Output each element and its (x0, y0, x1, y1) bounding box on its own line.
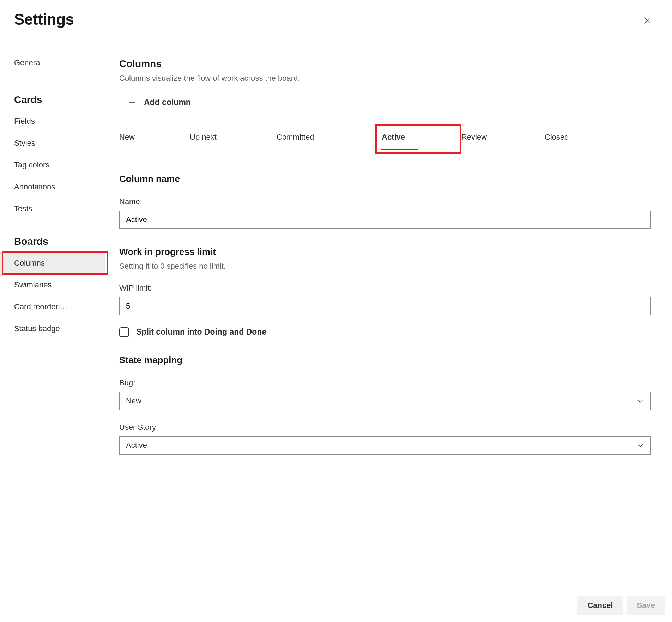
column-name-heading: Column name (119, 173, 651, 184)
tab-review[interactable]: Review (461, 126, 487, 148)
chevron-down-icon (636, 397, 644, 405)
wip-heading: Work in progress limit (119, 246, 651, 257)
tab-closed[interactable]: Closed (545, 126, 569, 148)
bug-label: Bug: (119, 378, 651, 388)
name-input[interactable] (119, 211, 651, 229)
plus-icon (128, 98, 136, 107)
sidebar-item-status-badge[interactable]: Status badge (0, 318, 105, 340)
settings-sidebar: General Cards Fields Styles Tag colors A… (0, 43, 105, 585)
sidebar-item-styles[interactable]: Styles (0, 132, 105, 154)
add-column-button[interactable]: Add column (128, 98, 191, 107)
wip-subtitle: Setting it to 0 specifies no limit. (119, 262, 651, 271)
column-tabs: New Up next Committed Active Review Clos… (119, 126, 651, 148)
chevron-down-icon (636, 441, 644, 449)
bug-select-value: New (126, 396, 141, 405)
bug-select[interactable]: New (119, 392, 651, 410)
tab-committed[interactable]: Committed (277, 126, 314, 148)
state-mapping-heading: State mapping (119, 355, 651, 366)
user-story-label: User Story: (119, 423, 651, 432)
wip-label: WIP limit: (119, 283, 651, 293)
section-subtitle: Columns visualize the flow of work acros… (119, 74, 651, 83)
sidebar-item-general[interactable]: General (0, 52, 105, 74)
close-icon (643, 16, 652, 25)
sidebar-item-swimlanes[interactable]: Swimlanes (0, 274, 105, 296)
sidebar-group-cards: Cards (0, 74, 105, 110)
name-label: Name: (119, 197, 651, 206)
user-story-select-value: Active (126, 441, 147, 450)
tab-new[interactable]: New (119, 126, 135, 148)
wip-input[interactable] (119, 297, 651, 315)
sidebar-group-boards: Boards (0, 220, 105, 252)
dialog-title: Settings (14, 11, 74, 28)
tab-active[interactable]: Active (382, 133, 405, 142)
add-column-label: Add column (144, 98, 191, 107)
cancel-button[interactable]: Cancel (577, 596, 623, 615)
user-story-select[interactable]: Active (119, 436, 651, 455)
sidebar-item-tag-colors[interactable]: Tag colors (0, 154, 105, 176)
sidebar-item-card-reordering[interactable]: Card reorderi… (0, 296, 105, 318)
sidebar-item-annotations[interactable]: Annotations (0, 176, 105, 198)
close-button[interactable] (640, 13, 654, 29)
save-button[interactable]: Save (627, 596, 665, 615)
sidebar-item-fields[interactable]: Fields (0, 110, 105, 132)
section-heading-columns: Columns (119, 58, 651, 69)
tab-up-next[interactable]: Up next (190, 126, 217, 148)
sidebar-item-columns[interactable]: Columns (0, 252, 105, 274)
sidebar-item-tests[interactable]: Tests (0, 198, 105, 220)
split-column-label: Split column into Doing and Done (136, 327, 266, 337)
split-column-checkbox[interactable] (119, 327, 129, 337)
